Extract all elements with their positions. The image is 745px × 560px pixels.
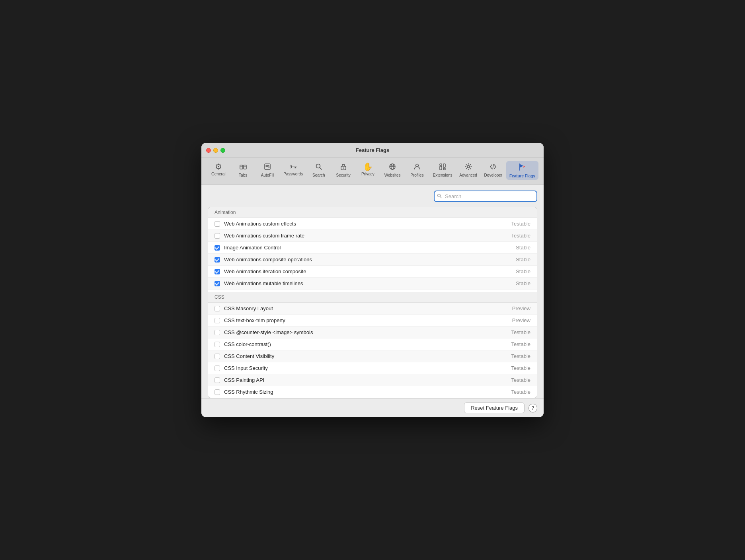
help-button[interactable]: ? — [529, 404, 537, 412]
flag-name-css-3: CSS color-contrast() — [224, 341, 505, 347]
toolbar-item-general[interactable]: ⚙ General — [207, 161, 230, 180]
flag-name-css-0: CSS Masonry Layout — [224, 305, 506, 311]
passwords-icon: 🗝 — [289, 163, 297, 171]
flag-name-css-4: CSS Content Visibility — [224, 353, 505, 359]
flag-status-css-4: Testable — [511, 353, 530, 359]
search-input[interactable] — [434, 191, 537, 202]
toolbar-item-profiles[interactable]: Profiles — [405, 161, 429, 180]
svg-rect-15 — [443, 164, 445, 167]
toolbar-item-security[interactable]: Security — [332, 161, 355, 180]
toolbar-label-passwords: Passwords — [283, 172, 303, 176]
flag-checkbox-2[interactable] — [215, 245, 220, 251]
toolbar-label-extensions: Extensions — [433, 173, 452, 177]
flag-checkbox-css-0[interactable] — [215, 306, 220, 311]
maximize-button[interactable] — [220, 148, 225, 153]
flag-row: CSS @counter-style <image> symbols Testa… — [208, 327, 537, 338]
svg-point-17 — [467, 165, 470, 168]
flag-row: CSS Rhythmic Sizing Testable — [208, 386, 537, 398]
flags-table: Animation Web Animations custom effects … — [208, 207, 537, 398]
toolbar-label-security: Security — [336, 173, 351, 177]
titlebar: Feature Flags — [201, 143, 544, 158]
svg-rect-14 — [440, 164, 442, 165]
svg-rect-0 — [240, 165, 243, 169]
profiles-icon — [413, 163, 421, 172]
minimize-button[interactable] — [213, 148, 218, 153]
flag-row: CSS text-box-trim property Preview — [208, 315, 537, 327]
flag-checkbox-css-6[interactable] — [215, 377, 220, 383]
toolbar-label-search: Search — [312, 173, 325, 177]
flag-status-css-5: Testable — [511, 365, 530, 371]
flag-checkbox-css-1[interactable] — [215, 318, 220, 323]
flag-row: Web Animations custom effects Testable — [208, 218, 537, 230]
flag-row: CSS Content Visibility Testable — [208, 350, 537, 362]
toolbar-label-advanced: Advanced — [459, 173, 477, 177]
svg-rect-1 — [244, 165, 246, 169]
advanced-icon — [464, 163, 472, 172]
extensions-icon — [439, 163, 447, 172]
search-magnifier-icon — [437, 193, 442, 199]
flag-row: Web Animations iteration composite Stabl… — [208, 266, 537, 278]
flag-checkbox-4[interactable] — [215, 269, 220, 274]
section-header-animation: Animation — [208, 207, 537, 218]
main-window: Feature Flags ⚙ General Tabs — [201, 143, 544, 417]
toolbar-item-advanced[interactable]: Advanced — [456, 161, 480, 180]
toolbar-item-autofill[interactable]: AutoFill — [255, 161, 279, 180]
toolbar-label-profiles: Profiles — [410, 173, 423, 177]
flag-row: Web Animations composite operations Stab… — [208, 254, 537, 266]
flag-name-css-6: CSS Painting API — [224, 377, 505, 383]
flag-checkbox-css-3[interactable] — [215, 342, 220, 347]
flag-checkbox-css-4[interactable] — [215, 354, 220, 359]
toolbar-item-developer[interactable]: Developer — [481, 161, 506, 180]
toolbar-item-featureflags[interactable]: Feature Flags — [506, 161, 538, 180]
toolbar-label-general: General — [211, 172, 226, 176]
general-icon: ⚙ — [215, 163, 222, 171]
close-button[interactable] — [206, 148, 211, 153]
toolbar-label-developer: Developer — [484, 173, 503, 177]
section-header-css: CSS — [208, 292, 537, 303]
flag-status-2: Stable — [516, 245, 530, 251]
toolbar-item-websites[interactable]: Websites — [380, 161, 404, 180]
reset-feature-flags-button[interactable]: Reset Feature Flags — [464, 402, 525, 413]
toolbar-item-extensions[interactable]: Extensions — [430, 161, 456, 180]
flag-row: Image Animation Control Stable — [208, 242, 537, 254]
svg-rect-16 — [443, 168, 445, 170]
flag-name-4: Web Animations iteration composite — [224, 268, 509, 274]
window-title: Feature Flags — [356, 147, 390, 153]
flag-status-css-2: Testable — [511, 329, 530, 335]
svg-line-18 — [493, 164, 493, 169]
traffic-lights — [206, 148, 225, 153]
content-area: Animation Web Animations custom effects … — [201, 185, 544, 398]
flag-status-3: Stable — [516, 257, 530, 262]
flag-checkbox-0[interactable] — [215, 221, 220, 227]
svg-rect-13 — [440, 166, 442, 170]
flag-name-1: Web Animations custom frame rate — [224, 233, 505, 239]
flag-status-4: Stable — [516, 268, 530, 274]
flag-checkbox-3[interactable] — [215, 257, 220, 262]
toolbar-item-passwords[interactable]: 🗝 Passwords — [280, 161, 306, 180]
flag-status-5: Stable — [516, 280, 530, 286]
svg-line-20 — [440, 196, 441, 198]
flag-checkbox-css-5[interactable] — [215, 366, 220, 371]
toolbar: ⚙ General Tabs AutoFill — [201, 158, 544, 185]
flag-checkbox-5[interactable] — [215, 281, 220, 286]
toolbar-item-search[interactable]: Search — [307, 161, 331, 180]
flag-checkbox-1[interactable] — [215, 233, 220, 239]
flag-row: Web Animations custom frame rate Testabl… — [208, 230, 537, 242]
toolbar-label-websites: Websites — [384, 173, 401, 177]
toolbar-label-featureflags: Feature Flags — [509, 174, 535, 178]
toolbar-label-tabs: Tabs — [239, 173, 247, 177]
toolbar-item-tabs[interactable]: Tabs — [231, 161, 255, 180]
flag-name-5: Web Animations mutable timelines — [224, 280, 509, 286]
toolbar-item-privacy[interactable]: ✋ Privacy — [356, 161, 380, 180]
flag-checkbox-css-7[interactable] — [215, 389, 220, 395]
flag-name-0: Web Animations custom effects — [224, 221, 505, 227]
flag-name-css-7: CSS Rhythmic Sizing — [224, 389, 505, 395]
developer-icon — [489, 163, 497, 172]
flag-checkbox-css-2[interactable] — [215, 330, 220, 335]
autofill-icon — [263, 163, 271, 172]
flag-row: CSS color-contrast() Testable — [208, 338, 537, 350]
svg-point-6 — [343, 167, 343, 168]
flag-name-2: Image Animation Control — [224, 245, 509, 251]
security-icon — [339, 163, 347, 172]
flag-status-css-1: Preview — [512, 317, 530, 323]
